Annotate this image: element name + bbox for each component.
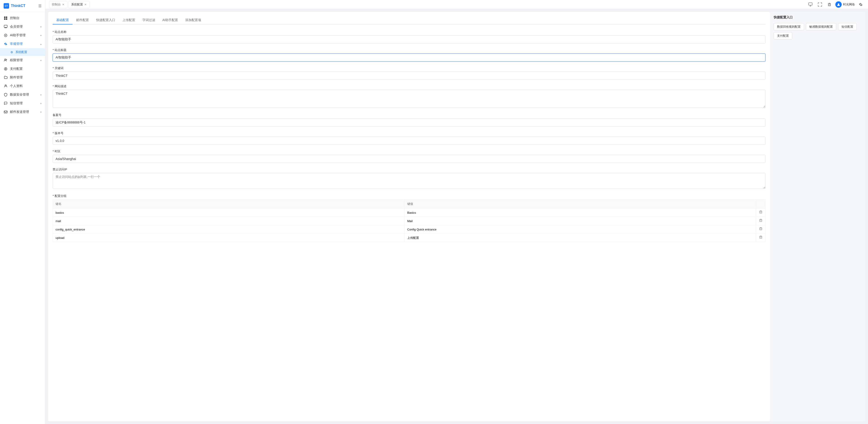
sidebar-item-member[interactable]: 会员管理 ▾ <box>0 23 45 31</box>
top-controls: 时光网络 <box>807 1 864 8</box>
svg-rect-5 <box>4 28 7 28</box>
keywords-input[interactable] <box>53 72 766 80</box>
delete-row-button[interactable] <box>756 234 766 242</box>
fullscreen-button[interactable] <box>816 1 824 8</box>
settings-button[interactable] <box>857 1 864 8</box>
sidebar-item-label: 附件管理 <box>10 75 41 79</box>
sub-tab-upload[interactable]: 上传配置 <box>119 16 139 25</box>
sub-tab-quick[interactable]: 快捷配置入口 <box>93 16 119 25</box>
sidebar-logo: CT ThinkCT ☰ <box>0 0 45 12</box>
user-name: 时光网络 <box>843 2 855 7</box>
table-row <box>53 208 766 217</box>
timezone-input[interactable] <box>53 155 766 163</box>
sidebar-item-attachment[interactable]: 附件管理 <box>0 73 45 82</box>
sidebar-item-sms[interactable]: 短信管理 ▾ <box>0 99 45 108</box>
description-textarea[interactable]: ThinkCT <box>53 90 766 108</box>
description-label: * 网站描述 <box>53 84 766 88</box>
sidebar: CT ThinkCT ☰ 控制台 会员管理 ▾ AI助手管理 ▾ <box>0 0 45 424</box>
site-name-label: * 站点名称 <box>53 30 766 34</box>
svg-rect-1 <box>6 17 7 18</box>
config-value-input[interactable] <box>407 219 753 223</box>
config-value-input[interactable] <box>407 211 753 215</box>
keywords-label: * 关键词 <box>53 66 766 70</box>
blocked-ip-textarea[interactable] <box>53 173 766 189</box>
delete-row-button[interactable] <box>756 208 766 217</box>
config-value-input[interactable] <box>407 236 753 239</box>
permission-icon <box>4 58 8 62</box>
sub-tab-basic[interactable]: 基础配置 <box>53 16 72 25</box>
sidebar-nav: 控制台 会员管理 ▾ AI助手管理 ▾ 常规管理 ▴ ⚙ <box>0 12 45 424</box>
member-icon <box>4 25 8 29</box>
beian-group: 备案号 <box>53 113 766 127</box>
col-value-header: 键值 <box>405 200 756 208</box>
config-value-cell <box>405 217 756 225</box>
tab-label: 系统配置 <box>71 2 83 7</box>
tab-system-config[interactable]: 系统配置 ✕ <box>68 1 90 8</box>
quick-link-button[interactable]: 敏感数据规则配置 <box>806 23 836 30</box>
version-input[interactable] <box>53 137 766 145</box>
quick-links: 数据回收规则配置敏感数据规则配置短信配置支付配置 <box>774 23 862 39</box>
config-table: 键名 键值 <box>53 199 766 242</box>
description-group: * 网站描述 ThinkCT <box>53 84 766 108</box>
sidebar-item-label: 控制台 <box>10 16 41 20</box>
sidebar-item-email[interactable]: 邮件发送管理 ▾ <box>0 108 45 116</box>
tab-close-icon[interactable]: ✕ <box>62 3 64 6</box>
user-info[interactable]: 时光网络 <box>835 1 855 8</box>
logo-icon: CT <box>4 3 9 9</box>
site-name-input[interactable] <box>53 35 766 43</box>
delete-row-button[interactable] <box>756 217 766 225</box>
folder-icon <box>4 75 8 79</box>
svg-rect-0 <box>4 17 5 18</box>
config-value-cell <box>405 208 756 217</box>
quick-link-button[interactable]: 数据回收规则配置 <box>774 23 804 30</box>
sidebar-item-system-config[interactable]: ⚙ 系统配置 <box>0 48 45 56</box>
tab-close-icon[interactable]: ✕ <box>84 3 87 6</box>
sub-tab-ai-config[interactable]: AI助手配置 <box>159 16 182 25</box>
col-key-header: 键名 <box>53 200 405 208</box>
table-row <box>53 217 766 225</box>
svg-point-8 <box>4 59 6 60</box>
sidebar-item-ai[interactable]: AI助手管理 ▾ <box>0 31 45 40</box>
delete-button[interactable] <box>826 1 833 8</box>
config-value-cell <box>405 234 756 242</box>
col-action-header <box>756 200 766 208</box>
config-value-cell <box>405 225 756 234</box>
gear-small-icon: ⚙ <box>10 50 13 54</box>
sidebar-item-profile[interactable]: 个人资料 <box>0 82 45 90</box>
config-key-input[interactable] <box>56 219 402 223</box>
svg-rect-21 <box>760 220 762 222</box>
tab-dashboard[interactable]: 控制台 ✕ <box>49 1 67 8</box>
svg-rect-18 <box>760 211 762 213</box>
quick-link-button[interactable]: 支付配置 <box>774 32 792 39</box>
sidebar-item-label: 权限管理 <box>10 58 38 62</box>
sidebar-item-security[interactable]: 数据安全管理 ▾ <box>0 90 45 99</box>
monitor-button[interactable] <box>807 1 814 8</box>
sidebar-item-label: 个人资料 <box>10 84 41 88</box>
right-panel: 快捷配置入口 数据回收规则配置敏感数据规则配置短信配置支付配置 <box>770 12 865 421</box>
sidebar-toggle-button[interactable]: ☰ <box>38 4 41 8</box>
site-title-input[interactable] <box>53 54 766 62</box>
sub-tab-word-filter[interactable]: 字词过滤 <box>139 16 159 25</box>
chevron-down-icon: ▾ <box>40 26 41 28</box>
config-key-input[interactable] <box>56 211 402 215</box>
avatar <box>835 1 842 8</box>
logo-text: ThinkCT <box>11 4 25 8</box>
config-key-input[interactable] <box>56 228 402 231</box>
tab-label: 控制台 <box>52 2 61 7</box>
beian-input[interactable] <box>53 119 766 127</box>
sidebar-item-payment[interactable]: 支付配置 <box>0 65 45 73</box>
delete-row-button[interactable] <box>756 225 766 234</box>
sidebar-item-dashboard[interactable]: 控制台 <box>0 14 45 23</box>
sub-tab-mail[interactable]: 邮件配置 <box>72 16 93 25</box>
sub-tab-add[interactable]: 添加配置项 <box>182 16 205 25</box>
quick-link-button[interactable]: 短信配置 <box>838 23 857 30</box>
main-area: 控制台 ✕ 系统配置 ✕ 时光网络 <box>45 0 868 424</box>
keywords-group: * 关键词 <box>53 66 766 80</box>
svg-rect-2 <box>4 19 5 20</box>
sidebar-item-general[interactable]: 常规管理 ▴ <box>0 40 45 48</box>
config-key-input[interactable] <box>56 236 402 239</box>
sidebar-item-label: 数据安全管理 <box>10 93 38 97</box>
content-area: 基础配置 邮件配置 快捷配置入口 上传配置 字词过滤 AI助手配置 添加配置项 … <box>45 9 868 424</box>
config-value-input[interactable] <box>407 228 753 231</box>
sidebar-item-permission[interactable]: 权限管理 ▾ <box>0 56 45 65</box>
